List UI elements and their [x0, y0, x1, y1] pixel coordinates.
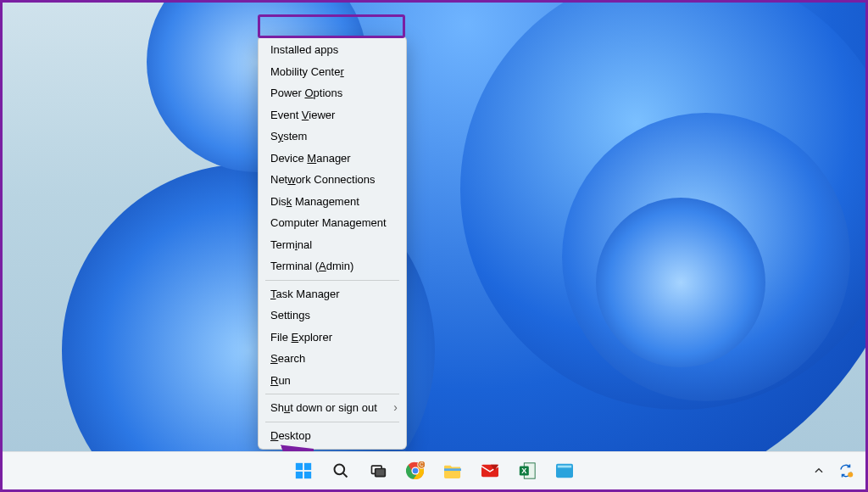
sync-tray-icon[interactable]: [835, 456, 857, 486]
menu-item-shut-down-or-sign-out[interactable]: Shut down or sign out: [259, 397, 406, 419]
menu-item-mobility-center[interactable]: Mobility Center: [259, 61, 406, 83]
menu-separator: [265, 394, 399, 394]
menu-item-run[interactable]: Run: [259, 370, 406, 392]
menu-item-file-explorer[interactable]: File Explorer: [259, 327, 406, 349]
taskbar-center: CX: [288, 456, 580, 486]
chevron-up-tray-icon[interactable]: [808, 456, 830, 486]
outlook-taskbar-icon[interactable]: [475, 456, 505, 486]
chrome-taskbar-icon[interactable]: C: [400, 456, 431, 486]
winx-context-menu: Installed appsMobility CenterPower Optio…: [258, 36, 407, 450]
menu-item-search[interactable]: Search: [259, 348, 406, 370]
svg-text:X: X: [521, 467, 527, 475]
taskbar: CX: [3, 451, 865, 489]
menu-item-event-viewer[interactable]: Event Viewer: [259, 104, 406, 126]
svg-rect-2: [296, 472, 303, 478]
svg-rect-13: [444, 468, 461, 471]
screenshot-frame: Installed appsMobility CenterPower Optio…: [0, 0, 868, 492]
task-view-taskbar-icon[interactable]: [363, 456, 393, 486]
svg-rect-1: [304, 463, 311, 470]
menu-item-settings[interactable]: Settings: [259, 305, 406, 327]
svg-point-20: [848, 472, 853, 478]
menu-separator: [265, 422, 399, 422]
desktop-wallpaper: [3, 3, 865, 489]
svg-point-10: [413, 468, 419, 474]
svg-rect-0: [296, 463, 303, 470]
menu-item-task-manager[interactable]: Task Manager: [259, 283, 406, 305]
excel-taskbar-icon[interactable]: X: [512, 456, 542, 486]
svg-point-4: [335, 465, 345, 475]
svg-line-5: [343, 473, 348, 478]
svg-rect-7: [376, 469, 386, 477]
explorer-taskbar-icon[interactable]: [437, 456, 468, 486]
svg-text:C: C: [420, 461, 424, 467]
menu-item-terminal[interactable]: Terminal: [259, 234, 406, 256]
menu-item-terminal-admin[interactable]: Terminal (Admin): [259, 255, 406, 277]
edge-taskbar-icon[interactable]: [549, 456, 580, 486]
menu-item-network-connections[interactable]: Network Connections: [259, 169, 406, 191]
menu-item-system[interactable]: System: [259, 126, 406, 148]
start-taskbar-icon[interactable]: [288, 456, 319, 486]
menu-item-disk-management[interactable]: Disk Management: [259, 191, 406, 213]
menu-item-installed-apps[interactable]: Installed apps: [259, 39, 406, 61]
menu-item-device-manager[interactable]: Device Manager: [259, 148, 406, 170]
taskbar-tray: [808, 456, 857, 486]
svg-rect-3: [304, 472, 311, 478]
menu-item-power-options[interactable]: Power Options: [259, 82, 406, 104]
svg-rect-19: [558, 466, 571, 468]
menu-item-desktop[interactable]: Desktop: [259, 425, 406, 447]
search-taskbar-icon[interactable]: [326, 456, 356, 486]
menu-item-computer-management[interactable]: Computer Management: [259, 212, 406, 234]
menu-separator: [265, 280, 399, 281]
